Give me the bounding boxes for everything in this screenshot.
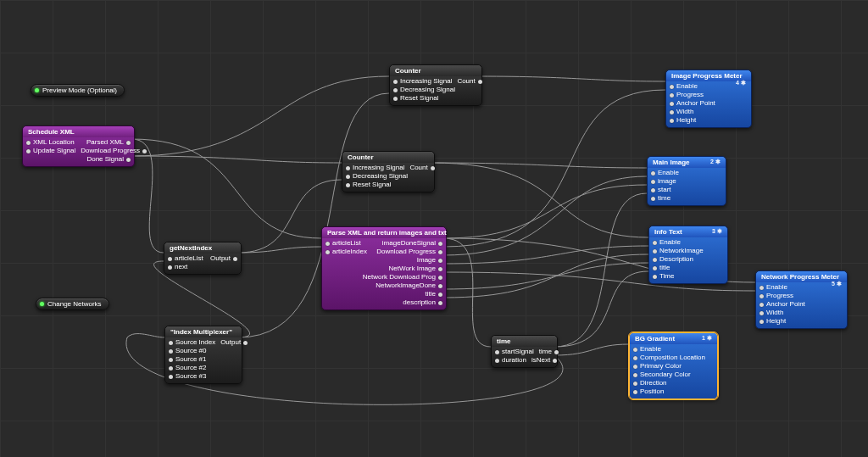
input-port[interactable]: Secondary Color	[633, 371, 691, 379]
input-port[interactable]: Source #2	[169, 364, 206, 372]
node-index-multiplexer[interactable]: "Index Multiplexer" Source IndexOutput S…	[164, 326, 242, 384]
input-port[interactable]: Width	[760, 309, 783, 317]
input-port[interactable]: Increasing Signal	[346, 164, 404, 172]
node-title: Info Text✱3	[649, 226, 727, 237]
input-port[interactable]: start	[651, 186, 671, 194]
output-port[interactable]: Done Signal	[86, 155, 131, 164]
input-port[interactable]: Direction	[633, 379, 667, 387]
input-port[interactable]: Anchor Point	[760, 300, 805, 309]
input-port[interactable]: Primary Color	[633, 362, 682, 371]
output-port[interactable]: time	[539, 348, 559, 356]
output-port[interactable]: description	[403, 298, 442, 307]
node-title: Image Progress Meter✱4	[666, 70, 751, 81]
input-port[interactable]: Enable	[651, 169, 679, 177]
input-port[interactable]: articleList	[326, 239, 361, 248]
input-port[interactable]: Time	[653, 272, 674, 281]
output-port[interactable]: Download Progress	[376, 248, 442, 256]
output-port[interactable]: Parsed XML	[86, 138, 131, 147]
input-port[interactable]: Position	[633, 387, 664, 396]
output-port[interactable]: NetWork Image	[389, 265, 442, 273]
input-port[interactable]: duration	[495, 356, 526, 365]
node-title: Network Progress Meter✱5	[756, 271, 847, 282]
output-port[interactable]: NetworkImageDone	[376, 281, 442, 290]
layer-icon: ✱	[741, 80, 746, 86]
node-main-image[interactable]: Main Image✱2 Enable image start time	[647, 156, 726, 206]
node-title: getNextIndex	[164, 242, 241, 254]
output-port[interactable]: Output	[210, 254, 237, 263]
input-port[interactable]: next	[168, 263, 187, 271]
input-port[interactable]: Progress	[670, 91, 704, 99]
dot-icon	[40, 302, 44, 306]
output-port[interactable]: title	[426, 290, 442, 298]
input-port[interactable]: Decreasing Signal	[393, 86, 455, 94]
pill-change-networks[interactable]: Change Networks	[36, 298, 109, 310]
node-network-progress-meter[interactable]: Network Progress Meter✱5 Enable Progress…	[755, 270, 848, 329]
input-port[interactable]: NetworkImage	[653, 247, 704, 255]
input-port[interactable]: Decreasing Signal	[346, 172, 408, 181]
output-port[interactable]: Image	[417, 256, 442, 265]
input-port[interactable]: title	[653, 264, 670, 272]
pill-label: Preview Mode (Optional)	[42, 86, 117, 94]
output-port[interactable]: Download Progress	[81, 147, 147, 155]
node-parse-xml[interactable]: Parse XML and return images and txt arti…	[321, 226, 447, 310]
input-port[interactable]: Update Signal	[26, 147, 75, 155]
input-port[interactable]: XML Location	[26, 138, 75, 147]
node-counter[interactable]: Counter Increasing SignalCount Decreasin…	[389, 64, 482, 106]
output-port[interactable]: imageDoneSignal	[382, 239, 442, 248]
input-port[interactable]: Source Index	[169, 338, 215, 347]
node-title: "Index Multiplexer"	[165, 326, 242, 337]
layer-icon: ✱	[707, 335, 712, 342]
input-port[interactable]: time	[651, 194, 670, 203]
node-title: Counter	[342, 152, 434, 163]
node-title: Parse XML and return images and txt	[322, 227, 446, 238]
node-title: Main Image✱2	[648, 157, 726, 168]
node-info-text[interactable]: Info Text✱3 Enable NetworkImage Descript…	[648, 226, 728, 284]
node-schedule-xml[interactable]: Schedule XML XML LocationParsed XML Upda…	[22, 125, 135, 167]
input-port[interactable]: Reset Signal	[393, 94, 438, 103]
input-port[interactable]: image	[651, 177, 676, 186]
input-port[interactable]: Enable	[670, 82, 698, 91]
output-port[interactable]: Count	[409, 164, 434, 172]
input-port[interactable]: Progress	[760, 292, 793, 300]
layer-number: 2	[710, 159, 714, 164]
layer-icon: ✱	[717, 228, 722, 235]
output-port[interactable]: Count	[457, 77, 481, 86]
node-time[interactable]: time startSignaltime durationisNext	[491, 335, 558, 368]
input-port[interactable]: Enable	[633, 345, 661, 354]
input-port[interactable]: Height	[760, 317, 786, 326]
layer-icon: ✱	[837, 281, 842, 287]
node-get-next-index[interactable]: getNextIndex articleListOutput next	[164, 242, 242, 275]
input-port[interactable]: Enable	[760, 283, 787, 292]
node-title: Counter	[390, 65, 481, 76]
output-port[interactable]: Network Download Prog	[363, 273, 442, 281]
input-port[interactable]: Enable	[653, 238, 681, 247]
input-port[interactable]: Increasing Signal	[393, 77, 452, 86]
input-port[interactable]: Description	[653, 255, 693, 264]
node-counter[interactable]: Counter Increasing SignalCount Decreasin…	[342, 151, 435, 192]
input-port[interactable]: Source #1	[169, 355, 206, 364]
input-port[interactable]: Reset Signal	[346, 181, 391, 189]
dot-icon	[35, 88, 39, 92]
output-port[interactable]: isNext	[531, 356, 557, 365]
node-title: time	[492, 336, 557, 347]
layer-icon: ✱	[715, 159, 721, 165]
input-port[interactable]: Anchor Point	[670, 99, 715, 108]
input-port[interactable]: Source #0	[169, 347, 206, 355]
node-title: Schedule XML	[23, 126, 134, 137]
pill-preview-mode[interactable]: Preview Mode (Optional)	[31, 84, 125, 97]
node-image-progress-meter[interactable]: Image Progress Meter✱4 Enable Progress A…	[665, 70, 752, 128]
pill-label: Change Networks	[47, 300, 102, 308]
layer-number: 3	[712, 228, 715, 234]
input-port[interactable]: Height	[670, 116, 696, 125]
input-port[interactable]: Composition Location	[633, 354, 705, 362]
input-port[interactable]: articleIndex	[326, 248, 367, 256]
node-bg-gradient[interactable]: BG Gradient✱1 Enable Composition Locatio…	[629, 332, 718, 399]
input-port[interactable]: Source #3	[169, 372, 206, 381]
layer-number: 5	[832, 281, 835, 287]
node-title: BG Gradient✱1	[630, 333, 717, 344]
input-port[interactable]: Width	[670, 108, 693, 116]
input-port[interactable]: articleList	[168, 254, 203, 263]
input-port[interactable]: startSignal	[495, 348, 534, 356]
output-port[interactable]: Output	[220, 338, 248, 347]
layer-number: 4	[736, 80, 739, 86]
